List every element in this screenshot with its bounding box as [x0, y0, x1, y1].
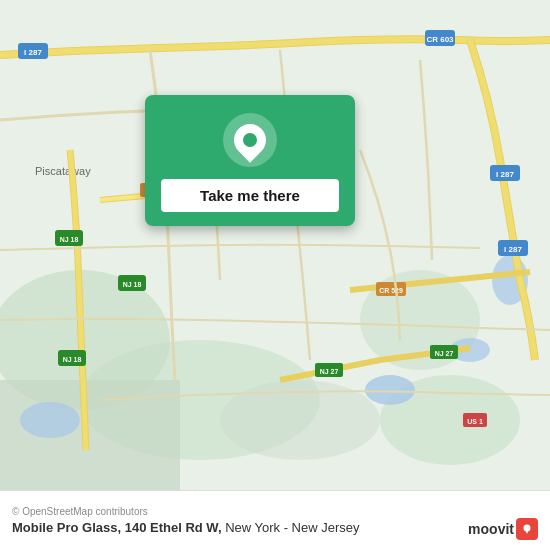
location-pin-wrapper: [223, 113, 277, 167]
action-card: Take me there: [145, 95, 355, 226]
bottom-bar: © OpenStreetMap contributors Mobile Pro …: [0, 490, 550, 550]
moovit-logo: moovit: [468, 518, 538, 540]
svg-text:I 287: I 287: [496, 170, 514, 179]
address-line: Mobile Pro Glass, 140 Ethel Rd W, New Yo…: [12, 520, 538, 535]
svg-point-9: [20, 402, 80, 438]
take-me-there-button[interactable]: Take me there: [161, 179, 339, 212]
map-container: Piscataway I 287 CR 603 I 287 I 287 NJ 1…: [0, 0, 550, 490]
svg-text:NJ 27: NJ 27: [435, 350, 454, 357]
svg-point-36: [524, 525, 531, 532]
svg-text:I 287: I 287: [504, 245, 522, 254]
location-pin-icon: [227, 117, 272, 162]
map-background: Piscataway I 287 CR 603 I 287 I 287 NJ 1…: [0, 0, 550, 490]
address-regular: New York - New Jersey: [225, 520, 359, 535]
svg-text:I 287: I 287: [24, 48, 42, 57]
moovit-text: moovit: [468, 521, 514, 537]
moovit-icon: [516, 518, 538, 540]
address-bold: Mobile Pro Glass, 140 Ethel Rd W,: [12, 520, 222, 535]
svg-text:NJ 27: NJ 27: [320, 368, 339, 375]
svg-text:CR 529: CR 529: [379, 287, 403, 294]
svg-text:NJ 18: NJ 18: [63, 356, 82, 363]
svg-text:NJ 18: NJ 18: [60, 236, 79, 243]
svg-text:NJ 18: NJ 18: [123, 281, 142, 288]
svg-point-7: [365, 375, 415, 405]
svg-text:US 1: US 1: [467, 418, 483, 425]
svg-text:CR 603: CR 603: [426, 35, 454, 44]
map-attribution: © OpenStreetMap contributors: [12, 506, 538, 517]
svg-text:Piscataway: Piscataway: [35, 165, 91, 177]
svg-marker-37: [526, 531, 529, 535]
